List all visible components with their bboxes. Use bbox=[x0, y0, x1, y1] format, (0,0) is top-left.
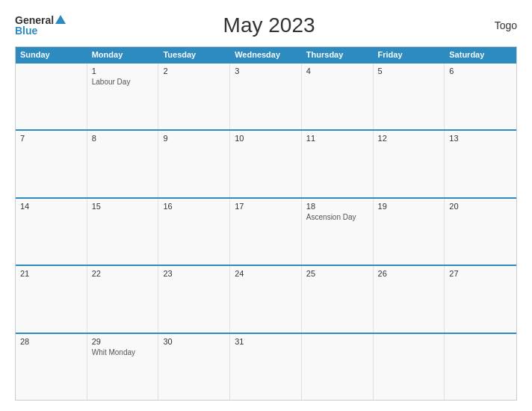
calendar-cell: 13 bbox=[445, 131, 516, 197]
calendar-header-saturday: Saturday bbox=[445, 47, 516, 62]
day-number: 23 bbox=[163, 269, 225, 278]
day-number: 10 bbox=[235, 134, 297, 143]
day-number: 27 bbox=[449, 269, 512, 278]
calendar-cell: 23 bbox=[158, 266, 230, 332]
day-number: 6 bbox=[449, 67, 512, 75]
calendar-cell: 21 bbox=[16, 266, 87, 332]
day-number: 30 bbox=[163, 337, 225, 346]
calendar-cell bbox=[302, 334, 374, 400]
day-number: 15 bbox=[92, 202, 154, 211]
day-event: Whit Monday bbox=[92, 347, 154, 357]
calendar-cell: 27 bbox=[445, 266, 516, 332]
day-number: 1 bbox=[92, 67, 154, 75]
day-number: 12 bbox=[378, 134, 440, 143]
calendar-cell: 3 bbox=[230, 64, 302, 129]
calendar-cell: 26 bbox=[374, 266, 445, 332]
day-number: 22 bbox=[92, 269, 154, 278]
day-number: 26 bbox=[378, 269, 440, 278]
day-number: 25 bbox=[306, 269, 368, 278]
calendar-week-1: 1Labour Day23456 bbox=[16, 62, 516, 129]
calendar-cell: 7 bbox=[16, 131, 87, 197]
calendar-header-sunday: Sunday bbox=[16, 47, 87, 62]
calendar-cell: 6 bbox=[445, 64, 516, 129]
calendar-cell: 19 bbox=[374, 199, 445, 265]
calendar-cell: 2 bbox=[158, 64, 230, 129]
calendar-cell: 31 bbox=[230, 334, 302, 400]
calendar-cell bbox=[16, 64, 87, 129]
calendar-week-5: 2829Whit Monday3031 bbox=[16, 333, 516, 400]
day-number: 9 bbox=[163, 134, 225, 143]
day-number: 28 bbox=[20, 337, 82, 346]
day-number: 5 bbox=[378, 67, 440, 75]
calendar-cell: 8 bbox=[87, 131, 159, 197]
calendar-cell: 4 bbox=[302, 64, 374, 129]
calendar-week-2: 78910111213 bbox=[16, 129, 516, 197]
calendar-header-row: SundayMondayTuesdayWednesdayThursdayFrid… bbox=[16, 47, 516, 62]
calendar-header-wednesday: Wednesday bbox=[230, 47, 302, 62]
calendar-cell bbox=[445, 334, 516, 400]
calendar-cell: 10 bbox=[230, 131, 302, 197]
logo-triangle-icon bbox=[55, 15, 66, 24]
logo-row1: General bbox=[15, 15, 66, 25]
calendar-week-3: 1415161718Ascension Day1920 bbox=[16, 197, 516, 265]
day-number: 18 bbox=[306, 202, 368, 211]
calendar-cell: 25 bbox=[302, 266, 374, 332]
day-number: 29 bbox=[92, 337, 154, 346]
day-event: Ascension Day bbox=[306, 212, 368, 222]
calendar-cell: 20 bbox=[445, 199, 516, 265]
calendar: SundayMondayTuesdayWednesdayThursdayFrid… bbox=[15, 46, 517, 401]
calendar-cell: 1Labour Day bbox=[87, 64, 159, 129]
calendar-cell: 28 bbox=[16, 334, 87, 400]
logo-blue-text: Blue bbox=[15, 25, 37, 36]
calendar-cell: 24 bbox=[230, 266, 302, 332]
day-event: Labour Day bbox=[92, 77, 154, 87]
day-number: 3 bbox=[235, 67, 297, 75]
day-number: 19 bbox=[378, 202, 440, 211]
calendar-cell: 11 bbox=[302, 131, 374, 197]
header: General Blue May 2023 Togo bbox=[15, 13, 517, 37]
calendar-cell: 29Whit Monday bbox=[87, 334, 159, 400]
page: General Blue May 2023 Togo SundayMondayT… bbox=[0, 0, 532, 411]
day-number: 13 bbox=[449, 134, 512, 143]
calendar-title: May 2023 bbox=[66, 13, 472, 37]
country-label: Togo bbox=[472, 19, 517, 31]
calendar-week-4: 21222324252627 bbox=[16, 265, 516, 332]
calendar-cell: 18Ascension Day bbox=[302, 199, 374, 265]
logo-text: General Blue bbox=[15, 15, 66, 36]
day-number: 8 bbox=[92, 134, 154, 143]
day-number: 4 bbox=[306, 67, 368, 75]
logo: General Blue bbox=[15, 15, 66, 36]
day-number: 17 bbox=[235, 202, 297, 211]
day-number: 2 bbox=[163, 67, 225, 75]
calendar-cell: 5 bbox=[374, 64, 445, 129]
day-number: 24 bbox=[235, 269, 297, 278]
calendar-header-tuesday: Tuesday bbox=[158, 47, 230, 62]
calendar-header-friday: Friday bbox=[374, 47, 445, 62]
logo-general-text: General bbox=[15, 15, 54, 25]
calendar-cell: 9 bbox=[158, 131, 230, 197]
day-number: 11 bbox=[306, 134, 368, 143]
calendar-cell bbox=[374, 334, 445, 400]
calendar-cell: 17 bbox=[230, 199, 302, 265]
calendar-cell: 22 bbox=[87, 266, 159, 332]
calendar-cell: 15 bbox=[87, 199, 159, 265]
day-number: 20 bbox=[449, 202, 512, 211]
calendar-header-thursday: Thursday bbox=[302, 47, 374, 62]
calendar-cell: 16 bbox=[158, 199, 230, 265]
day-number: 21 bbox=[20, 269, 82, 278]
day-number: 7 bbox=[20, 134, 82, 143]
calendar-cell: 12 bbox=[374, 131, 445, 197]
calendar-header-monday: Monday bbox=[87, 47, 159, 62]
calendar-body: 1Labour Day23456789101112131415161718Asc… bbox=[16, 62, 516, 400]
day-number: 16 bbox=[163, 202, 225, 211]
day-number: 14 bbox=[20, 202, 82, 211]
calendar-cell: 14 bbox=[16, 199, 87, 265]
day-number: 31 bbox=[235, 337, 297, 346]
calendar-cell: 30 bbox=[158, 334, 230, 400]
